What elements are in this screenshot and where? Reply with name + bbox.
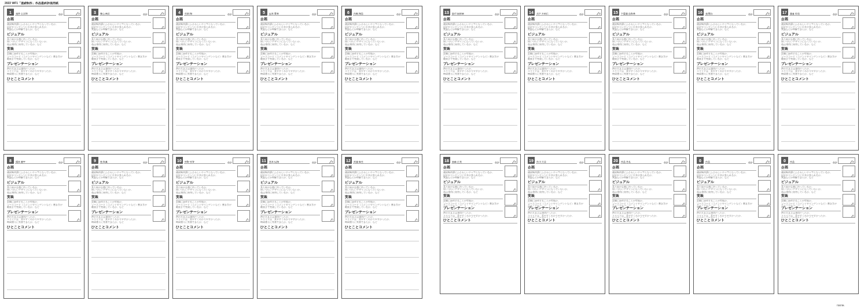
total-score-input[interactable]: 20 [753, 157, 771, 164]
comment-writing-area[interactable] [697, 83, 771, 148]
comment-writing-area[interactable] [260, 83, 334, 148]
section-score-input[interactable]: 5 [589, 194, 602, 206]
section-score-input[interactable]: 5 [843, 17, 855, 29]
section-score-input[interactable]: 5 [237, 210, 250, 222]
comment-writing-area[interactable] [612, 83, 686, 148]
section-score-input[interactable]: 5 [505, 17, 517, 29]
total-score-input[interactable]: 20 [148, 157, 165, 164]
section-score-input[interactable]: 5 [758, 180, 771, 192]
student-name-field[interactable]: 相 剛次 [705, 10, 746, 16]
section-score-input[interactable]: 5 [68, 17, 81, 29]
section-score-input[interactable]: 5 [68, 62, 81, 74]
total-score-input[interactable]: 20 [838, 9, 855, 16]
section-score-input[interactable]: 5 [322, 17, 334, 29]
section-score-input[interactable]: 5 [674, 206, 686, 218]
section-score-input[interactable]: 5 [406, 62, 419, 74]
section-score-input[interactable]: 5 [505, 206, 517, 218]
total-score-input[interactable]: 20 [669, 157, 686, 164]
section-score-input[interactable]: 5 [758, 206, 771, 218]
section-score-input[interactable]: 5 [758, 17, 771, 29]
total-score-input[interactable]: 20 [233, 157, 250, 164]
section-score-input[interactable]: 5 [153, 32, 165, 44]
comment-writing-area[interactable] [91, 232, 165, 296]
student-name-field[interactable]: 貞下 天利仁 [536, 10, 577, 16]
section-score-input[interactable]: 5 [322, 47, 334, 58]
section-score-input[interactable]: 5 [406, 166, 419, 177]
student-name-field[interactable]: 藤倉 祥佳 [789, 10, 830, 16]
section-score-input[interactable]: 5 [674, 47, 686, 58]
student-name-field[interactable]: 作品 [789, 158, 830, 164]
section-score-input[interactable]: 5 [68, 181, 81, 192]
student-name-field[interactable]: 下重藤 自和希 [620, 10, 661, 16]
section-score-input[interactable]: 5 [237, 17, 250, 29]
section-score-input[interactable]: 5 [68, 166, 81, 177]
total-score-input[interactable]: 20 [753, 9, 771, 16]
total-score-input[interactable]: 20 [402, 157, 419, 164]
comment-writing-area[interactable] [781, 83, 855, 148]
comment-writing-area[interactable] [528, 83, 602, 148]
section-score-input[interactable]: 5 [589, 17, 602, 29]
section-score-input[interactable]: 5 [406, 195, 419, 207]
comment-writing-area[interactable] [260, 232, 334, 296]
section-score-input[interactable]: 5 [68, 195, 81, 207]
student-name-field[interactable]: 作品 [705, 158, 746, 164]
section-score-input[interactable]: 5 [674, 62, 686, 74]
section-score-input[interactable]: 5 [505, 180, 517, 192]
section-score-input[interactable]: 5 [843, 47, 855, 58]
comment-writing-area[interactable] [91, 83, 165, 148]
section-score-input[interactable]: 5 [237, 166, 250, 177]
section-score-input[interactable]: 5 [758, 47, 771, 58]
section-score-input[interactable]: 5 [237, 32, 250, 44]
section-score-input[interactable]: 5 [843, 166, 855, 177]
section-score-input[interactable]: 5 [322, 32, 334, 44]
section-score-input[interactable]: 5 [843, 62, 855, 74]
section-score-input[interactable]: 5 [505, 194, 517, 206]
section-score-input[interactable]: 5 [505, 47, 517, 58]
student-name-field[interactable]: 坂付 観那果 [451, 10, 492, 16]
section-score-input[interactable]: 5 [322, 181, 334, 192]
total-score-input[interactable]: 20 [838, 157, 855, 164]
section-score-input[interactable]: 5 [153, 181, 165, 192]
section-score-input[interactable]: 5 [589, 180, 602, 192]
total-score-input[interactable]: 20 [500, 157, 517, 164]
total-score-input[interactable]: 20 [500, 9, 517, 16]
comment-writing-area[interactable] [443, 83, 517, 148]
section-score-input[interactable]: 5 [153, 17, 165, 29]
total-score-input[interactable]: 20 [148, 9, 165, 16]
section-score-input[interactable]: 5 [674, 194, 686, 206]
section-score-input[interactable]: 5 [843, 180, 855, 192]
total-score-input[interactable]: 20 [584, 9, 602, 16]
total-score-input[interactable]: 20 [64, 9, 81, 16]
section-score-input[interactable]: 5 [153, 166, 165, 177]
section-score-input[interactable]: 5 [843, 194, 855, 206]
section-score-input[interactable]: 5 [758, 194, 771, 206]
student-name-field[interactable]: 相井 心太郎 [15, 10, 56, 16]
section-score-input[interactable]: 5 [237, 47, 250, 58]
total-score-input[interactable]: 20 [233, 9, 250, 16]
student-name-field[interactable]: 柏 和真 [100, 158, 141, 164]
section-score-input[interactable]: 5 [505, 62, 517, 74]
student-name-field[interactable]: 武藤 琳生 [353, 158, 394, 164]
comment-writing-area[interactable] [345, 83, 419, 148]
total-score-input[interactable]: 20 [317, 157, 334, 164]
section-score-input[interactable]: 5 [153, 210, 165, 222]
section-score-input[interactable]: 5 [589, 206, 602, 218]
section-score-input[interactable]: 5 [589, 166, 602, 177]
section-score-input[interactable]: 5 [406, 47, 419, 58]
section-score-input[interactable]: 5 [153, 195, 165, 207]
section-score-input[interactable]: 5 [237, 62, 250, 74]
total-score-input[interactable]: 20 [669, 9, 686, 16]
section-score-input[interactable]: 5 [589, 62, 602, 74]
student-name-field[interactable]: 宮本 陽翔 [269, 158, 310, 164]
section-score-input[interactable]: 5 [406, 210, 419, 222]
total-score-input[interactable]: 20 [584, 157, 602, 164]
section-score-input[interactable]: 5 [589, 32, 602, 44]
comment-writing-area[interactable] [7, 83, 81, 148]
section-score-input[interactable]: 5 [322, 210, 334, 222]
section-score-input[interactable]: 5 [505, 166, 517, 177]
section-score-input[interactable]: 5 [322, 62, 334, 74]
student-name-field[interactable]: 市川 大貴 [536, 158, 577, 164]
student-name-field[interactable]: 南峰 正克 [451, 158, 492, 164]
section-score-input[interactable]: 5 [406, 17, 419, 29]
comment-writing-area[interactable] [176, 83, 250, 148]
